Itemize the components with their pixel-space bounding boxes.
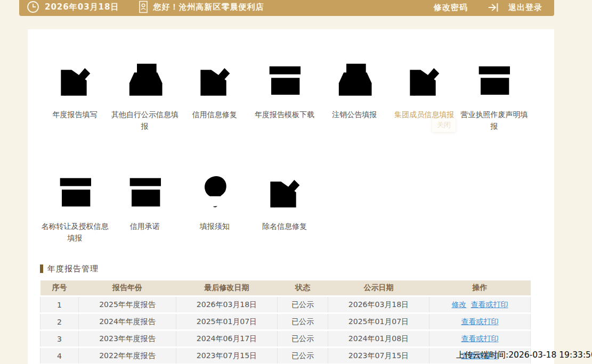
close-tooltip: 关闭 <box>432 118 456 132</box>
inbox-doc-icon <box>333 57 376 100</box>
cell-modified: 2025年01月07日 <box>176 313 278 330</box>
cell-publish: 2025年01月07日 <box>328 313 429 330</box>
feature-item[interactable]: 集团成员信息填报 关闭 <box>390 57 459 132</box>
cell-actions: 查看或打印 <box>429 330 531 348</box>
view-print-link[interactable]: 查看或打印 <box>461 334 499 343</box>
table-header-row: 序号报告年份最后修改日期状态公示日期操作 <box>40 280 531 296</box>
feature-item[interactable]: 其他自行公示信息填报 <box>110 57 180 132</box>
cell-year: 2025年年度报告 <box>79 296 176 313</box>
section-title: 年度报告管理 <box>47 264 99 274</box>
clock-icon <box>27 1 39 13</box>
column-header: 状态 <box>278 280 328 296</box>
cell-actions: 查看或打印 <box>429 313 531 330</box>
view-print-link[interactable]: 查看或打印 <box>471 300 508 309</box>
edit-square-icon <box>403 57 445 100</box>
table-row: 2 2024年年度报告 2025年01月07日 已公示 2025年01月07日 … <box>40 313 531 330</box>
feature-label: 年度报告模板下载 <box>255 109 314 121</box>
feature-item[interactable]: 名称转让及授权信息填报 <box>40 169 110 244</box>
cell-status: 已公示 <box>278 296 328 313</box>
cell-modified: 2026年03月18日 <box>176 296 278 313</box>
feature-label: 信用信息修复 <box>192 109 237 121</box>
feature-item[interactable]: 营业执照作废声明填报 <box>459 57 529 132</box>
user-badge-icon <box>139 1 148 13</box>
feature-label: 营业执照作废声明填报 <box>459 109 529 132</box>
logout-icon <box>487 2 500 13</box>
cell-seq: 4 <box>40 348 79 364</box>
section-title-bar <box>40 264 43 273</box>
cell-seq: 3 <box>40 330 79 348</box>
current-date: 2026年03月18日 <box>45 2 119 12</box>
browser-form-icon <box>54 169 96 212</box>
feature-item[interactable]: 信用信息修复 <box>180 57 249 132</box>
main-card: 年度报告填写 其他自行公示信息填报 信用信息修复 年度报告模板下载 注销公告填报… <box>28 29 554 364</box>
cell-modified: 2024年06月17日 <box>176 330 278 348</box>
table-row: 1 2025年年度报告 2026年03月18日 已公示 2026年03月18日 … <box>40 296 531 313</box>
feature-item[interactable]: 除名信息修复 <box>249 169 319 244</box>
feature-label: 名称转让及授权信息填报 <box>40 221 110 244</box>
cell-year: 2023年年度报告 <box>79 330 176 348</box>
topbar: 2026年03月18日 您好！沧州高新区零晨便利店 修改密码 退出登录 <box>19 0 554 16</box>
feature-label: 信用承诺 <box>130 221 160 233</box>
section-head: 年度报告管理 <box>40 264 554 274</box>
cell-publish: 2026年03月18日 <box>328 296 429 313</box>
feature-label: 年度报告填写 <box>53 109 98 121</box>
modify-link[interactable]: 修改 <box>452 300 467 309</box>
edit-square-icon <box>54 57 96 100</box>
cell-status: 已公示 <box>278 348 328 364</box>
cell-actions: 修改查看或打印 <box>429 296 531 313</box>
cell-status: 已公示 <box>278 313 328 330</box>
feature-grid: 年度报告填写 其他自行公示信息填报 信用信息修复 年度报告模板下载 注销公告填报… <box>40 57 529 244</box>
cell-modified: 2023年07月15日 <box>176 348 278 364</box>
feature-label: 除名信息修复 <box>262 221 307 233</box>
browser-form-icon <box>473 57 515 100</box>
cell-seq: 1 <box>40 296 79 313</box>
cell-year: 2022年年度报告 <box>79 348 176 364</box>
cell-year: 2024年年度报告 <box>79 313 176 330</box>
feature-label: 填报须知 <box>200 221 230 233</box>
cell-publish: 2023年07月15日 <box>328 348 429 364</box>
logout-link[interactable]: 退出登录 <box>508 3 542 13</box>
edit-square-icon <box>193 57 236 100</box>
user-greeting: 您好！沧州高新区零晨便利店 <box>153 2 264 12</box>
feature-item[interactable]: 信用承诺 <box>110 169 180 244</box>
inbox-doc-icon <box>124 57 166 100</box>
feature-item[interactable]: 年度报告填写 <box>40 57 110 132</box>
column-header: 序号 <box>40 280 79 296</box>
column-header: 公示日期 <box>328 280 429 296</box>
change-password-link[interactable]: 修改密码 <box>434 3 468 13</box>
column-header: 操作 <box>429 280 531 296</box>
view-print-link[interactable]: 查看或打印 <box>461 317 499 326</box>
feature-item[interactable]: 注销公告填报 <box>320 57 390 132</box>
feature-label: 其他自行公示信息填报 <box>110 109 180 132</box>
browser-form-icon <box>124 169 166 212</box>
cell-seq: 2 <box>40 313 79 330</box>
feature-item[interactable]: 填报须知 <box>180 169 249 244</box>
column-header: 最后修改日期 <box>176 280 278 296</box>
browser-form-icon <box>263 57 306 100</box>
column-header: 报告年份 <box>79 280 176 296</box>
cell-status: 已公示 <box>278 330 328 348</box>
feature-item[interactable]: 年度报告模板下载 <box>249 57 319 132</box>
cell-publish: 2024年01月08日 <box>328 330 429 348</box>
lightbulb-icon <box>193 169 236 212</box>
upload-time-overlay: 上传云端时间:2026-03-18 19:33:50 <box>456 350 592 361</box>
edit-square-icon <box>263 169 306 212</box>
table-row: 3 2023年年度报告 2024年06月17日 已公示 2024年01月08日 … <box>40 330 531 348</box>
feature-label: 注销公告填报 <box>332 109 377 121</box>
